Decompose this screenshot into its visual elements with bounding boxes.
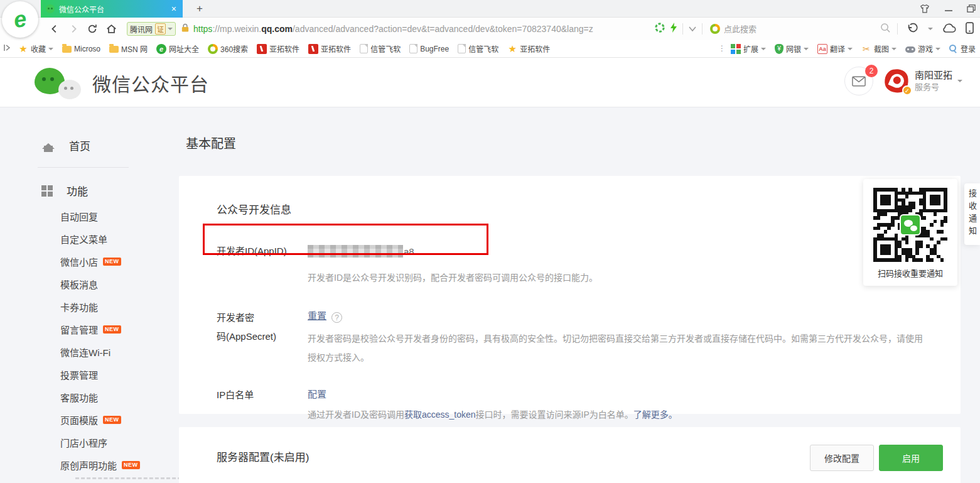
address-bar[interactable]: https://mp.weixin.qq.com/advanced/advanc…	[180, 19, 651, 38]
tool-item[interactable]: 登录	[945, 40, 980, 58]
bookmark-icon	[458, 44, 466, 53]
bookmarks-right-tools: ⋮ 扩展 网银	[718, 40, 980, 58]
page-title: 基本配置	[186, 134, 236, 152]
brand-title: 微信公众平台	[92, 69, 209, 97]
modify-config-button[interactable]: 修改配置	[810, 445, 874, 471]
sidebar-menu-item[interactable]: 投票管理	[60, 363, 179, 386]
bookmark-item[interactable]: 亚拓软件	[503, 40, 554, 58]
receive-notice-tab[interactable]: 接收通知	[964, 183, 980, 245]
search-input[interactable]	[724, 24, 880, 34]
tool-caret-icon	[848, 48, 853, 50]
home-button[interactable]	[102, 19, 121, 38]
bookmarks-expand-icon[interactable]	[0, 44, 14, 53]
tool-caret-icon	[891, 48, 897, 50]
sidebar-menu-item[interactable]: 自动回复	[60, 205, 179, 227]
tool-item[interactable]: 截图	[857, 40, 901, 58]
bookmark-icon	[208, 44, 218, 54]
quick-search[interactable]	[706, 19, 895, 38]
sidebar-menu-item[interactable]: 原创声明功能 NEW	[60, 453, 179, 476]
sidebar-menu-item[interactable]: 模板消息	[60, 273, 179, 295]
bookmark-item[interactable]: 360搜索	[203, 40, 252, 58]
bookmark-label: 亚拓软件	[520, 43, 550, 54]
sidebar-menu-item[interactable]: 页面模版 NEW	[60, 408, 179, 431]
bookmark-icon	[156, 44, 166, 54]
sidebar-menu-item[interactable]: 微信小店 NEW	[60, 250, 179, 273]
sidebar-menu-item[interactable]: 留言管理 NEW	[60, 318, 179, 340]
cloud-sync-icon[interactable]	[942, 23, 957, 36]
bookmark-item[interactable]: 信管飞软	[453, 40, 503, 58]
theme-shirt-icon[interactable]	[919, 4, 930, 14]
speed-bolt-icon[interactable]	[670, 23, 677, 35]
sidebar-item-label: 客服功能	[60, 391, 98, 404]
bookmark-item[interactable]: Microso	[58, 40, 105, 58]
notifications-button[interactable]: 2	[844, 67, 873, 95]
tool-icon	[949, 45, 956, 52]
site-identity-badge[interactable]: 腾讯网 证	[127, 22, 176, 36]
new-badge: NEW	[103, 258, 121, 266]
window-controls	[919, 0, 977, 18]
bookmark-label: Microso	[74, 45, 100, 53]
undo-history-icon[interactable]	[907, 22, 919, 36]
search-icon[interactable]	[880, 23, 891, 36]
bookmark-label: 亚拓软件	[269, 43, 299, 54]
account-name: 南阳亚拓	[915, 69, 952, 82]
ip-whitelist-label: IP白名单	[217, 387, 308, 424]
mobile-phone-icon[interactable]	[966, 22, 974, 36]
browser-logo-icon[interactable]: e	[2, 1, 38, 38]
access-token-link[interactable]: 获取access_token	[404, 410, 476, 420]
tool-label: 游戏	[918, 43, 933, 54]
url-dropdown-icon[interactable]	[688, 23, 697, 35]
enable-button[interactable]: 启用	[879, 445, 943, 471]
bookmark-item[interactable]: 网址大全	[152, 40, 203, 58]
browser-tab[interactable]: 微信公众平台 ×	[41, 0, 183, 18]
ip-desc-pre: 通过开发者ID及密码调用	[308, 410, 404, 420]
tool-item[interactable]: 翻译	[813, 40, 857, 58]
tool-icon	[861, 44, 871, 54]
sidebar-section-features[interactable]: 功能	[41, 183, 179, 198]
ip-description: 通过开发者ID及密码调用获取access_token接口时，需要设置访问来源IP…	[308, 405, 961, 424]
bookmark-item[interactable]: 亚拓软件	[304, 40, 355, 58]
undo-caret-icon[interactable]	[928, 28, 933, 30]
tool-caret-icon	[761, 48, 766, 50]
minimize-icon[interactable]	[944, 5, 953, 13]
ip-config-link[interactable]: 配置	[308, 389, 326, 399]
help-question-icon[interactable]: ?	[331, 312, 342, 323]
url-path: /advanced/advanced?action=dev&t=advanced…	[293, 24, 593, 34]
url-domain: qq.com	[261, 24, 293, 34]
sidebar-menu-item[interactable]: 微信连Wi-Fi	[60, 340, 179, 363]
bookmark-item[interactable]: 亚拓软件	[252, 40, 304, 58]
sidebar-menu-item[interactable]: 客服功能	[60, 386, 179, 408]
bookmark-item[interactable]: BugFree	[405, 40, 453, 58]
bookmark-item[interactable]: 收藏	[14, 40, 58, 58]
back-button[interactable]	[45, 19, 64, 38]
forward-button[interactable]	[64, 19, 83, 38]
sidebar-menu-item[interactable]: 卡券功能	[60, 295, 179, 318]
reset-secret-link[interactable]: 重置	[308, 310, 326, 321]
new-tab-button[interactable]: +	[191, 2, 208, 16]
sidebar-menu-item[interactable]: 自定义菜单	[60, 227, 179, 250]
qr-wechat-logo-icon	[900, 214, 921, 236]
tool-item[interactable]: 网银	[770, 40, 813, 58]
tool-label: 翻译	[830, 43, 845, 54]
ip-whitelist-row: IP白名单 配置 通过开发者ID及密码调用获取access_token接口时，需…	[179, 387, 961, 424]
sidebar: 首页 功能 自动回复 自定义菜单 微信小店 NEW	[0, 107, 179, 476]
no-trace-pinwheel-icon[interactable]	[655, 23, 665, 35]
bookmark-item[interactable]: 信管飞软	[355, 40, 405, 58]
divider	[682, 23, 683, 35]
tool-item[interactable]: 扩展	[726, 40, 770, 58]
appsecret-label: 开发者密 码(AppSecret)	[217, 308, 308, 367]
account-caret-icon	[957, 80, 962, 82]
learn-more-link[interactable]: 了解更多。	[633, 410, 677, 420]
tab-close-icon[interactable]: ×	[170, 4, 178, 14]
sidebar-menu-item[interactable]: 门店小程序	[60, 431, 179, 453]
sidebar-item-home[interactable]: 首页	[41, 138, 179, 153]
qr-caption: 扫码接收重要通知	[878, 267, 943, 279]
tool-item[interactable]: 游戏	[901, 40, 945, 58]
refresh-button[interactable]	[83, 19, 102, 38]
more-dots-icon[interactable]: ⋮	[718, 47, 726, 50]
tool-icon	[817, 44, 827, 54]
new-badge: NEW	[122, 461, 140, 469]
maximize-restore-icon[interactable]	[967, 4, 976, 13]
account-switcher[interactable]: ✓ 南阳亚拓 服务号	[883, 68, 962, 94]
bookmark-item[interactable]: MSN 网	[105, 40, 152, 58]
